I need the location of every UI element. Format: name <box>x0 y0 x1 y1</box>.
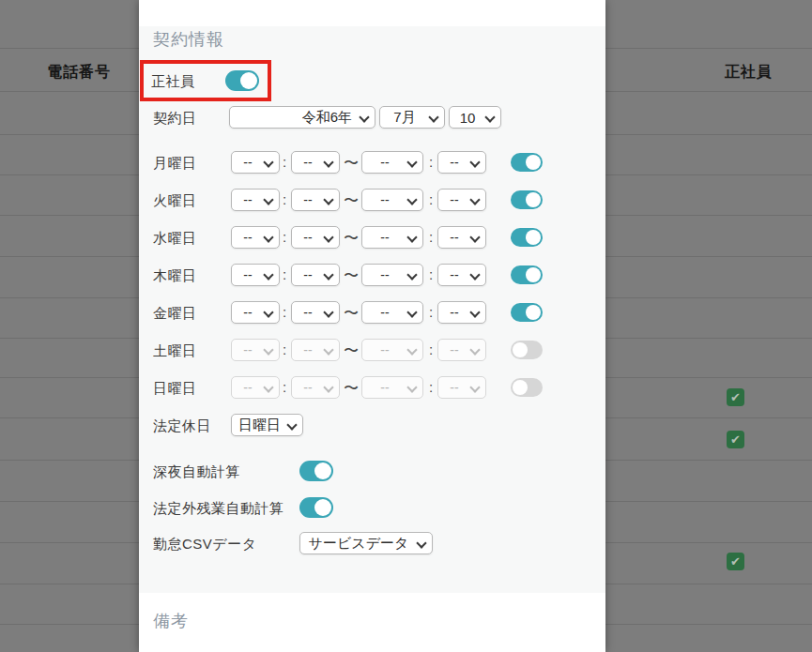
start-minute-select[interactable]: -- <box>291 189 340 211</box>
weekday-label-thursday: 木曜日 <box>153 267 197 285</box>
chevron-down-icon <box>323 157 333 167</box>
start-minute-select[interactable]: -- <box>291 301 340 324</box>
value: -- <box>380 342 389 357</box>
chevron-down-icon <box>406 232 417 242</box>
chevron-down-icon <box>469 194 480 205</box>
weekday-toggle-sunday[interactable] <box>511 378 543 397</box>
value: -- <box>243 155 252 170</box>
value: -- <box>450 267 458 282</box>
chevron-down-icon <box>323 382 333 392</box>
value: -- <box>380 192 389 207</box>
end-minute-select[interactable]: -- <box>437 151 486 174</box>
fulltime-toggle[interactable] <box>225 70 259 91</box>
start-minute-select[interactable]: -- <box>291 151 340 174</box>
value: -- <box>450 155 458 170</box>
weekday-toggle-thursday[interactable] <box>511 265 543 284</box>
contract-day-select[interactable]: 10 <box>449 106 501 129</box>
start-hour-select[interactable]: -- <box>231 189 280 211</box>
chevron-down-icon <box>359 112 369 122</box>
chevron-down-icon <box>263 382 273 392</box>
tilde-separator: 〜 <box>344 229 359 249</box>
weekday-label-tuesday: 火曜日 <box>153 192 197 210</box>
start-hour-select[interactable]: -- <box>231 264 280 286</box>
contract-year-select[interactable]: 令和6年 <box>229 106 375 129</box>
fulltime-checkbox-checked[interactable]: ✔ <box>727 431 744 448</box>
weekday-label-friday: 金曜日 <box>153 305 197 323</box>
contract-section-title: 契約情報 <box>153 28 224 51</box>
end-hour-select[interactable]: -- <box>361 226 423 249</box>
midnight-auto-toggle[interactable] <box>299 461 333 481</box>
chevron-down-icon <box>469 269 480 280</box>
end-minute-select[interactable]: -- <box>437 189 486 211</box>
value: -- <box>303 342 312 357</box>
toggle-knob <box>314 499 331 516</box>
start-hour-select[interactable]: -- <box>231 226 280 249</box>
end-hour-select: -- <box>361 376 423 399</box>
legal-holiday-label: 法定休日 <box>153 417 211 435</box>
value: -- <box>243 192 252 207</box>
csv-data-select[interactable]: サービスデータ <box>299 532 433 554</box>
colon-separator: : <box>283 154 286 170</box>
toggle-knob <box>240 72 257 89</box>
chevron-down-icon <box>323 194 333 205</box>
contract-month-select[interactable]: 7月 <box>379 106 445 129</box>
value: -- <box>243 267 252 282</box>
overtime-auto-label: 法定外残業自動計算 <box>153 500 284 518</box>
start-minute-select[interactable]: -- <box>291 226 340 249</box>
weekday-toggle-saturday[interactable] <box>511 341 543 359</box>
end-hour-select[interactable]: -- <box>361 189 423 211</box>
chevron-down-icon <box>286 419 297 430</box>
weekday-label-monday: 月曜日 <box>153 155 197 173</box>
chevron-down-icon <box>469 307 480 317</box>
value: -- <box>450 305 458 320</box>
tilde-separator: 〜 <box>344 341 359 361</box>
weekday-times-sunday: -- : -- 〜 -- : -- <box>231 376 545 399</box>
chevron-down-icon <box>406 269 417 280</box>
chevron-down-icon <box>323 344 333 355</box>
csv-data-value: サービスデータ <box>309 535 409 553</box>
legal-holiday-select[interactable]: 日曜日 <box>231 414 303 436</box>
toggle-knob <box>513 342 528 357</box>
end-minute-select[interactable]: -- <box>437 301 486 324</box>
colon-separator: : <box>429 379 433 395</box>
contract-date-label: 契約日 <box>153 110 197 128</box>
chevron-down-icon <box>416 538 426 548</box>
chevron-down-icon <box>469 232 480 242</box>
toggle-knob <box>526 230 541 245</box>
weekday-times-tuesday: -- : -- 〜 -- : -- <box>231 189 545 211</box>
weekday-toggle-monday[interactable] <box>511 153 543 172</box>
toggle-knob <box>526 192 541 207</box>
fulltime-checkbox-checked[interactable]: ✔ <box>727 553 744 570</box>
value: -- <box>450 380 458 395</box>
csv-data-label: 勤怠CSVデータ <box>153 536 257 553</box>
chevron-down-icon <box>469 157 480 167</box>
chevron-down-icon <box>263 344 273 355</box>
weekday-toggle-friday[interactable] <box>511 303 543 322</box>
contract-info-section: 契約情報 正社員 契約日 令和6年 7月 10 月曜日 -- <box>139 26 605 593</box>
end-minute-select[interactable]: -- <box>437 226 486 249</box>
weekday-toggle-tuesday[interactable] <box>511 190 543 209</box>
end-hour-select[interactable]: -- <box>361 264 423 286</box>
toggle-knob <box>526 155 541 170</box>
fulltime-checkbox-checked[interactable]: ✔ <box>727 388 744 406</box>
weekday-toggle-wednesday[interactable] <box>511 228 543 247</box>
legal-holiday-value: 日曜日 <box>238 417 281 434</box>
tilde-separator: 〜 <box>344 304 359 324</box>
end-hour-select[interactable]: -- <box>361 301 423 324</box>
chevron-down-icon <box>263 269 273 280</box>
chevron-down-icon <box>406 157 417 167</box>
end-hour-select[interactable]: -- <box>361 151 423 174</box>
end-minute-select[interactable]: -- <box>437 264 486 286</box>
start-minute-select: -- <box>291 339 340 361</box>
start-minute-select[interactable]: -- <box>291 264 340 286</box>
overtime-auto-toggle[interactable] <box>299 497 333 518</box>
value: -- <box>450 192 458 207</box>
chevron-down-icon <box>406 194 417 205</box>
weekday-label-saturday: 土曜日 <box>153 342 197 360</box>
value: -- <box>303 267 312 282</box>
start-hour-select[interactable]: -- <box>231 301 280 324</box>
value: -- <box>243 380 252 395</box>
tilde-separator: 〜 <box>344 191 359 211</box>
chevron-down-icon <box>406 307 417 317</box>
start-hour-select[interactable]: -- <box>231 151 280 174</box>
